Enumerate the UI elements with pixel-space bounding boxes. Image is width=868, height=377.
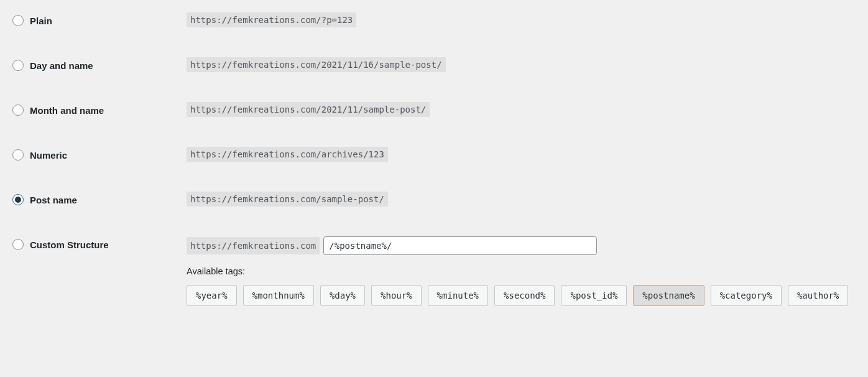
tags-row: %year%%monthnum%%day%%hour%%minute%%seco…	[187, 285, 856, 306]
example-post-name: https://femkreations.com/sample-post/	[187, 192, 388, 207]
example-plain: https://femkreations.com/?p=123	[187, 12, 356, 27]
radio-month-name[interactable]	[12, 105, 24, 116]
custom-input-row: https://femkreations.com	[187, 236, 856, 255]
tag-button-year[interactable]: %year%	[187, 285, 237, 306]
example-month-name: https://femkreations.com/2021/11/sample-…	[187, 102, 430, 117]
tag-button-post_id[interactable]: %post_id%	[561, 285, 627, 306]
option-label-cell: Month and name	[12, 102, 187, 116]
label-custom[interactable]: Custom Structure	[30, 240, 109, 250]
radio-custom[interactable]	[12, 239, 24, 250]
option-value-cell: https://femkreations.com/?p=123	[187, 12, 856, 27]
option-row-custom: Custom Structure https://femkreations.co…	[12, 236, 856, 306]
radio-numeric[interactable]	[12, 149, 24, 161]
tag-button-monthnum[interactable]: %monthnum%	[243, 285, 314, 306]
permalink-settings: Plain https://femkreations.com/?p=123 Da…	[12, 12, 856, 306]
option-value-cell: https://femkreations.com/archives/123	[187, 147, 856, 162]
option-row-month-name: Month and name https://femkreations.com/…	[12, 102, 856, 117]
label-month-name[interactable]: Month and name	[30, 105, 104, 116]
custom-value-cell: https://femkreations.com Available tags:…	[187, 236, 856, 306]
option-row-plain: Plain https://femkreations.com/?p=123	[12, 12, 856, 27]
option-label-cell: Day and name	[12, 57, 187, 71]
custom-structure-input[interactable]	[323, 236, 597, 255]
example-day-name: https://femkreations.com/2021/11/16/samp…	[187, 57, 446, 72]
option-label-cell: Custom Structure	[12, 236, 187, 250]
tag-button-hour[interactable]: %hour%	[371, 285, 422, 306]
option-value-cell: https://femkreations.com/2021/11/16/samp…	[187, 57, 856, 72]
option-label-cell: Numeric	[12, 147, 187, 161]
radio-day-name[interactable]	[12, 60, 24, 71]
label-numeric[interactable]: Numeric	[30, 150, 67, 161]
available-tags-label: Available tags:	[187, 266, 856, 276]
option-label-cell: Post name	[12, 192, 187, 205]
option-row-day-name: Day and name https://femkreations.com/20…	[12, 57, 856, 72]
option-row-post-name: Post name https://femkreations.com/sampl…	[12, 192, 856, 207]
example-numeric: https://femkreations.com/archives/123	[187, 147, 388, 162]
radio-plain[interactable]	[12, 15, 24, 26]
tag-button-author[interactable]: %author%	[788, 285, 848, 306]
radio-post-name[interactable]	[12, 194, 24, 205]
tag-button-day[interactable]: %day%	[320, 285, 365, 306]
custom-base-url: https://femkreations.com	[187, 237, 320, 254]
label-post-name[interactable]: Post name	[30, 195, 77, 205]
label-day-name[interactable]: Day and name	[30, 60, 93, 71]
tag-button-second[interactable]: %second%	[494, 285, 555, 306]
option-row-numeric: Numeric https://femkreations.com/archive…	[12, 147, 856, 162]
label-plain[interactable]: Plain	[30, 16, 52, 26]
option-value-cell: https://femkreations.com/2021/11/sample-…	[187, 102, 856, 117]
option-value-cell: https://femkreations.com/sample-post/	[187, 192, 856, 207]
tag-button-postname[interactable]: %postname%	[633, 285, 704, 306]
tag-button-category[interactable]: %category%	[711, 285, 782, 306]
tag-button-minute[interactable]: %minute%	[428, 285, 488, 306]
option-label-cell: Plain	[12, 12, 187, 26]
